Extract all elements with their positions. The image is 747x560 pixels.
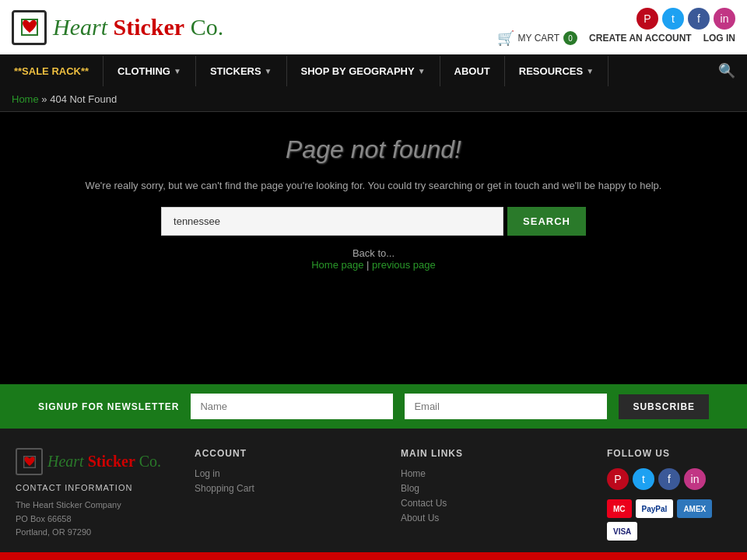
chevron-down-icon: ▼ — [418, 67, 426, 75]
social-row: P t f in — [497, 8, 735, 30]
footer-shopping-cart-link[interactable]: Shopping Cart — [195, 483, 377, 494]
footer-login-link[interactable]: Log in — [195, 468, 377, 479]
logo[interactable]: Heart Sticker Co. — [12, 10, 223, 45]
footer-follow-col: FOLLOW US P t f in MC PayPal AMEX VISA — [607, 448, 731, 541]
instagram-icon[interactable]: in — [714, 8, 735, 30]
main-content: Page not found! We're really sorry, but … — [0, 112, 747, 384]
home-page-link[interactable]: Home page — [311, 259, 363, 271]
footer: Heart Sticker Co. CONTACT INFORMATION Th… — [0, 429, 747, 552]
nav-items: **SALE RACK** CLOTHING ▼ STICKERS ▼ SHOP… — [0, 56, 608, 86]
chevron-down-icon: ▼ — [586, 67, 594, 75]
paypal-icon: PayPal — [636, 499, 674, 518]
header-actions-row: 🛒 MY CART 0 CREATE AN ACCOUNT LOG IN — [497, 30, 735, 47]
contact-info-title: CONTACT INFORMATION — [16, 483, 171, 492]
newsletter-name-input[interactable] — [191, 394, 393, 419]
subscribe-button[interactable]: SUBSCRIBE — [619, 394, 709, 419]
logo-text: Heart Sticker Co. — [53, 14, 223, 40]
search-row: SEARCH — [161, 207, 586, 236]
mastercard-icon: MC — [607, 499, 632, 518]
sorry-message: We're really sorry, but we can't find th… — [86, 180, 662, 191]
breadcrumb: Home » 404 Not Found — [0, 87, 747, 112]
payment-icons: MC PayPal AMEX VISA — [607, 499, 731, 541]
footer-logo-col: Heart Sticker Co. CONTACT INFORMATION Th… — [16, 448, 171, 541]
page-title: Page not found! — [286, 135, 461, 164]
breadcrumb-home[interactable]: Home — [12, 93, 39, 105]
site-header: Heart Sticker Co. P t f in 🛒 MY CART 0 C… — [0, 0, 747, 54]
footer-main-links-col: MAIN LINKS Home Blog Contact Us About Us — [401, 448, 584, 541]
footer-home-link[interactable]: Home — [401, 468, 584, 479]
logo-icon — [18, 16, 41, 39]
follow-us-title: FOLLOW US — [607, 448, 731, 459]
footer-contact-us-link[interactable]: Contact Us — [401, 498, 584, 509]
logo-box — [12, 10, 47, 45]
footer-social-icons: P t f in — [607, 468, 731, 490]
chevron-down-icon: ▼ — [265, 67, 272, 75]
newsletter-bar: SIGNUP FOR NEWSLETTER SUBSCRIBE — [0, 384, 747, 429]
visa-icon: VISA — [607, 522, 637, 541]
main-nav: **SALE RACK** CLOTHING ▼ STICKERS ▼ SHOP… — [0, 54, 747, 87]
create-account-button[interactable]: CREATE AN ACCOUNT — [589, 33, 692, 44]
search-submit-button[interactable]: SEARCH — [507, 207, 586, 236]
back-links: Back to... Home page | previous page — [311, 247, 436, 271]
footer-about-us-link[interactable]: About Us — [401, 513, 584, 523]
footer-pinterest-icon[interactable]: P — [607, 468, 629, 490]
footer-logo-box — [16, 448, 43, 475]
footer-blog-link[interactable]: Blog — [401, 483, 584, 494]
footer-logo-text: Heart Sticker Co. — [47, 453, 161, 471]
log-in-button[interactable]: LOG IN — [703, 33, 735, 44]
cart-button[interactable]: 🛒 MY CART 0 — [497, 30, 578, 47]
cart-label: MY CART — [518, 33, 560, 44]
nav-stickers[interactable]: STICKERS ▼ — [196, 56, 287, 86]
footer-logo-icon — [21, 453, 38, 471]
breadcrumb-separator: » — [41, 93, 50, 105]
search-input[interactable] — [161, 207, 503, 236]
nav-about[interactable]: ABOUT — [440, 56, 505, 86]
pinterest-icon[interactable]: P — [637, 8, 658, 30]
footer-facebook-icon[interactable]: f — [658, 468, 680, 490]
footer-twitter-icon[interactable]: t — [633, 468, 654, 490]
footer-logo: Heart Sticker Co. — [16, 448, 171, 475]
main-links-col-title: MAIN LINKS — [401, 448, 584, 459]
amex-icon: AMEX — [677, 499, 712, 518]
social-icons: P t f in — [637, 8, 735, 30]
back-text: Back to... — [352, 247, 395, 259]
nav-sale-rack[interactable]: **SALE RACK** — [0, 56, 103, 86]
footer-instagram-icon[interactable]: in — [684, 468, 706, 490]
nav-shop-by-geography[interactable]: SHOP BY GEOGRAPHY ▼ — [287, 56, 440, 86]
contact-info-text: The Heart Sticker Company PO Box 66658 P… — [16, 499, 171, 540]
account-col-title: ACCOUNT — [195, 448, 377, 459]
breadcrumb-current: 404 Not Found — [50, 93, 117, 105]
twitter-icon[interactable]: t — [662, 8, 684, 30]
logo-co: Co. — [191, 14, 224, 40]
facebook-icon[interactable]: f — [688, 8, 710, 30]
logo-heart: Heart — [53, 14, 107, 40]
newsletter-email-input[interactable] — [405, 394, 607, 419]
header-top: P t f in 🛒 MY CART 0 CREATE AN ACCOUNT L… — [497, 8, 735, 47]
nav-clothing[interactable]: CLOTHING ▼ — [103, 56, 196, 86]
bottom-bar: $10 Shirt Sale and more... Infants, Kids… — [0, 552, 747, 560]
nav-resources[interactable]: RESOURCES ▼ — [505, 56, 608, 86]
previous-page-link[interactable]: previous page — [372, 259, 436, 271]
logo-sticker: Sticker — [114, 14, 185, 40]
footer-account-col: ACCOUNT Log in Shopping Cart — [195, 448, 377, 541]
newsletter-label: SIGNUP FOR NEWSLETTER — [38, 401, 179, 412]
cart-count: 0 — [563, 31, 577, 45]
cart-icon: 🛒 — [497, 30, 514, 47]
search-button[interactable]: 🔍 — [707, 54, 747, 87]
chevron-down-icon: ▼ — [174, 67, 181, 75]
